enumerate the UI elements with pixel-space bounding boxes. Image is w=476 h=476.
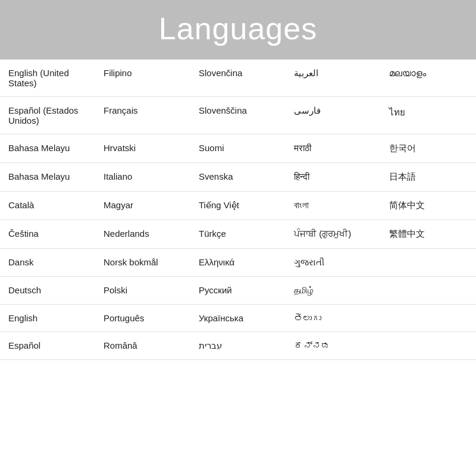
language-cell[interactable]: தமிழ் xyxy=(286,277,381,305)
language-cell[interactable]: Русский xyxy=(190,277,286,305)
language-cell[interactable]: Slovenščina xyxy=(190,97,286,134)
language-cell[interactable]: Español (Estados Unidos) xyxy=(0,97,95,134)
language-cell[interactable]: Italiano xyxy=(95,163,190,192)
language-cell[interactable]: తెలుగు xyxy=(286,305,381,332)
language-cell[interactable]: Magyar xyxy=(95,192,190,220)
language-cell[interactable]: Español xyxy=(0,332,95,360)
language-cell[interactable]: বাংলা xyxy=(286,192,381,220)
language-cell[interactable]: ಕನ್ನಡ xyxy=(286,332,381,360)
language-cell[interactable]: 繁體中文 xyxy=(381,220,476,249)
language-cell[interactable]: Français xyxy=(95,97,190,134)
language-cell[interactable]: Bahasa Melayu xyxy=(0,163,95,192)
language-cell[interactable]: ગુજરાતી xyxy=(286,249,381,277)
language-cell[interactable]: Svenska xyxy=(190,163,286,192)
language-cell[interactable]: Bahasa Melayu xyxy=(0,134,95,163)
language-cell[interactable]: Hrvatski xyxy=(95,134,190,163)
language-cell[interactable]: עברית xyxy=(190,332,286,360)
language-cell xyxy=(381,249,476,277)
language-cell[interactable]: Suomi xyxy=(190,134,286,163)
page-title: Languages xyxy=(0,11,476,46)
language-cell[interactable]: മലയാളം xyxy=(381,60,476,97)
language-cell[interactable]: Nederlands xyxy=(95,220,190,249)
language-cell[interactable]: Català xyxy=(0,192,95,220)
language-cell[interactable]: English (United States) xyxy=(0,60,95,97)
header: Languages xyxy=(0,0,476,60)
language-cell[interactable]: Norsk bokmål xyxy=(95,249,190,277)
language-cell[interactable]: 한국어 xyxy=(381,134,476,163)
language-cell[interactable]: Türkçe xyxy=(190,220,286,249)
language-cell[interactable]: English xyxy=(0,305,95,332)
language-cell[interactable]: Tiếng Việt xyxy=(190,192,286,220)
language-cell[interactable]: मराठी xyxy=(286,134,381,163)
languages-grid: English (United States)FilipinoSlovenčin… xyxy=(0,60,476,360)
language-cell[interactable]: ਪੰਜਾਬੀ (ਗੁਰਮੁਖੀ) xyxy=(286,220,381,249)
language-cell[interactable]: العربية xyxy=(286,60,381,97)
language-cell[interactable]: Română xyxy=(95,332,190,360)
language-cell xyxy=(381,332,476,360)
language-cell xyxy=(381,277,476,305)
language-cell[interactable]: Українська xyxy=(190,305,286,332)
language-cell[interactable]: فارسی xyxy=(286,97,381,134)
language-cell[interactable]: Slovenčina xyxy=(190,60,286,97)
language-cell[interactable]: Čeština xyxy=(0,220,95,249)
language-cell xyxy=(381,305,476,332)
language-cell[interactable]: Português xyxy=(95,305,190,332)
language-cell[interactable]: Dansk xyxy=(0,249,95,277)
language-cell[interactable]: Deutsch xyxy=(0,277,95,305)
language-cell[interactable]: 简体中文 xyxy=(381,192,476,220)
language-cell[interactable]: Filipino xyxy=(95,60,190,97)
language-cell[interactable]: 日本語 xyxy=(381,163,476,192)
language-cell[interactable]: ไทย xyxy=(381,97,476,134)
language-cell[interactable]: Polski xyxy=(95,277,190,305)
language-cell[interactable]: हिन्दी xyxy=(286,163,381,192)
language-cell[interactable]: Ελληνικά xyxy=(190,249,286,277)
